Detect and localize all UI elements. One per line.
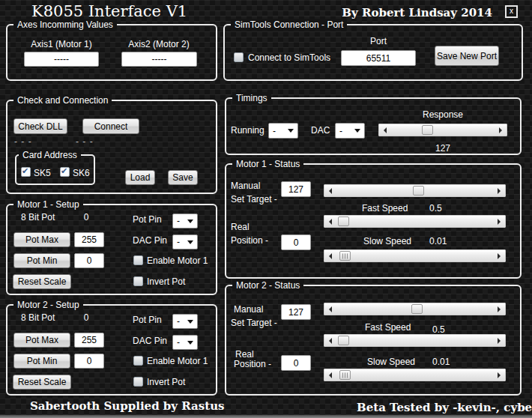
- sk5-checkbox[interactable]: [21, 167, 31, 177]
- scroll-left-arrow-icon[interactable]: [329, 372, 332, 378]
- scroll-right-arrow-icon[interactable]: [498, 372, 501, 378]
- page-title: K8055 Interface V1: [31, 2, 187, 20]
- motor1-setup-groupbox: Motor 1 - Setup 8 Bit Pot 0 Pot Pin - Po…: [6, 204, 217, 295]
- dac-pin-label: DAC Pin: [133, 236, 167, 246]
- slow-speed-scrollbar-thumb[interactable]: [339, 370, 351, 380]
- scroll-left-arrow-icon[interactable]: [329, 306, 332, 312]
- save-button[interactable]: Save: [168, 170, 198, 185]
- axis1-value-field[interactable]: [24, 52, 99, 67]
- enable-motor-label: Enable Motor 1: [147, 256, 208, 266]
- scroll-left-arrow-icon[interactable]: [384, 127, 387, 133]
- chevron-down-icon: [187, 320, 193, 324]
- dac-pin-select[interactable]: -: [172, 234, 198, 249]
- motor2-status-groupbox: Motor 2 - Status Manual Set Target - Fas…: [225, 285, 522, 396]
- enable-motor-checkbox[interactable]: [133, 255, 143, 265]
- response-label: Response: [378, 110, 507, 120]
- pot-pin-select[interactable]: -: [172, 314, 198, 329]
- pot-max-button[interactable]: Pot Max: [13, 232, 70, 247]
- manual-target-scrollbar-thumb[interactable]: [413, 186, 424, 196]
- pot-min-field[interactable]: [74, 354, 104, 369]
- reset-scale-button[interactable]: Reset Scale: [13, 274, 71, 289]
- axes-groupbox: Axes Incomming Values Axis1 (Motor 1) Ax…: [6, 24, 217, 81]
- manual-target-scrollbar-thumb[interactable]: [411, 304, 423, 314]
- reset-scale-button[interactable]: Reset Scale: [13, 375, 71, 390]
- scroll-right-arrow-icon[interactable]: [498, 306, 501, 312]
- pot-pin-select[interactable]: -: [172, 213, 198, 228]
- scroll-left-arrow-icon[interactable]: [329, 188, 332, 194]
- connect-simtools-checkbox[interactable]: [234, 52, 244, 62]
- real-position-field[interactable]: [281, 234, 311, 250]
- manual-target-field[interactable]: [281, 181, 311, 197]
- pot-max-button[interactable]: Pot Max: [13, 333, 70, 348]
- chevron-down-icon: [187, 219, 193, 223]
- connect-button[interactable]: Connect: [82, 118, 139, 134]
- scroll-right-arrow-icon[interactable]: [498, 253, 501, 259]
- bit-pot-value: 0: [71, 313, 101, 323]
- motor1-status-groupbox: Motor 1 - Status Manual Set Target - Fas…: [225, 163, 522, 279]
- real-label-line2: Position -: [231, 236, 268, 246]
- window-bottom-edge: [0, 415, 532, 418]
- pot-min-button[interactable]: Pot Min: [13, 253, 70, 268]
- close-icon[interactable]: x: [505, 5, 518, 18]
- scroll-left-arrow-icon[interactable]: [329, 338, 332, 344]
- fast-speed-scrollbar[interactable]: [324, 215, 506, 228]
- motor1-setup-groupbox-title: Motor 1 - Setup: [13, 199, 83, 210]
- response-scrollbar[interactable]: [378, 124, 507, 136]
- fast-speed-scrollbar-thumb[interactable]: [338, 336, 349, 345]
- manual-target-field[interactable]: [281, 304, 311, 320]
- enable-motor-checkbox[interactable]: [133, 356, 143, 366]
- check-dll-button[interactable]: Check DLL: [13, 118, 67, 134]
- invert-pot-label: Invert Pot: [147, 277, 185, 287]
- motor2-setup-groupbox: Motor 2 - Setup 8 Bit Pot 0 Pot Pin - Po…: [6, 304, 217, 396]
- scroll-left-arrow-icon[interactable]: [329, 219, 332, 225]
- author-byline: By Robert Lindsay 2014: [342, 6, 492, 19]
- invert-pot-checkbox[interactable]: [133, 377, 143, 387]
- scroll-left-arrow-icon[interactable]: [329, 253, 332, 259]
- scroll-right-arrow-icon[interactable]: [498, 338, 501, 344]
- axes-groupbox-title: Axes Incomming Values: [13, 19, 117, 31]
- k8055-window: K8055 Interface V1 By Robert Lindsay 201…: [0, 0, 532, 418]
- port-field[interactable]: [341, 50, 416, 66]
- real-position-field[interactable]: [281, 355, 311, 371]
- chevron-down-icon: [288, 129, 294, 133]
- pot-min-button[interactable]: Pot Min: [13, 354, 70, 369]
- response-scrollbar-thumb[interactable]: [422, 125, 433, 135]
- footer-left-text: Sabertooth Supplied by Rastus: [30, 399, 225, 413]
- slow-speed-label: Slow Speed: [367, 357, 415, 367]
- slow-speed-scrollbar[interactable]: [324, 369, 506, 381]
- load-button[interactable]: Load: [125, 170, 155, 185]
- slow-speed-scrollbar-thumb[interactable]: [339, 251, 351, 261]
- footer-right-text: Beta Tested by -kevin-, cyberzu: [357, 401, 532, 414]
- invert-pot-checkbox[interactable]: [133, 276, 143, 286]
- axis2-value-field[interactable]: [121, 52, 197, 67]
- manual-label-line2: Set Target -: [231, 318, 277, 328]
- enable-motor-label: Enable Motor 1: [147, 357, 208, 366]
- chevron-down-icon: [187, 341, 193, 345]
- dac-select[interactable]: -: [335, 123, 365, 139]
- sk6-checkbox[interactable]: [60, 167, 70, 177]
- fast-speed-scrollbar[interactable]: [324, 334, 506, 347]
- manual-target-scrollbar[interactable]: [324, 303, 506, 315]
- chevron-down-icon: [187, 240, 193, 244]
- running-select[interactable]: -: [268, 123, 298, 139]
- manual-target-scrollbar[interactable]: [324, 184, 506, 197]
- save-new-port-button[interactable]: Save New Port: [435, 46, 499, 66]
- bit-pot-value: 0: [71, 213, 101, 222]
- motor1-status-groupbox-title: Motor 1 - Status: [232, 158, 303, 170]
- fast-speed-scrollbar-thumb[interactable]: [338, 216, 349, 226]
- bit-pot-label: 8 Bit Pot: [21, 213, 55, 222]
- pot-pin-select-value: -: [177, 316, 180, 327]
- slow-speed-scrollbar[interactable]: [324, 249, 506, 262]
- scroll-right-arrow-icon[interactable]: [498, 188, 501, 194]
- scroll-right-arrow-icon[interactable]: [498, 219, 501, 225]
- running-select-value: -: [273, 126, 276, 136]
- dac-select-value: -: [339, 126, 342, 136]
- dac-pin-select[interactable]: -: [172, 335, 198, 350]
- pot-min-field[interactable]: [74, 253, 104, 268]
- real-label-line2: Position -: [234, 360, 271, 369]
- pot-max-field[interactable]: [74, 333, 104, 348]
- scroll-right-arrow-icon[interactable]: [499, 127, 502, 133]
- sk6-label: SK6: [73, 169, 90, 178]
- slow-speed-value: 0.01: [429, 237, 447, 246]
- pot-max-field[interactable]: [74, 232, 104, 247]
